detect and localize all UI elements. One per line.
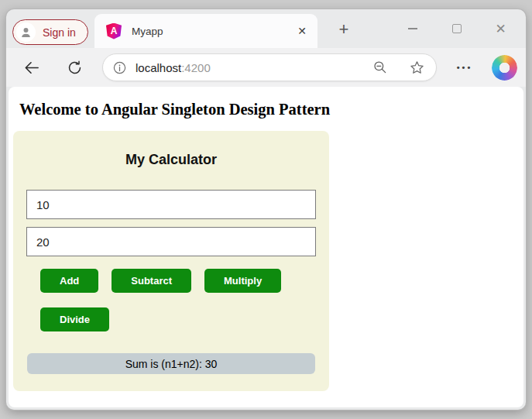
refresh-button[interactable] [63, 57, 85, 78]
minimize-button[interactable] [390, 14, 434, 43]
add-button[interactable]: Add [40, 269, 98, 293]
result-bar: Sum is (n1+n2): 30 [27, 353, 315, 374]
close-icon: ✕ [495, 22, 506, 36]
back-arrow-icon [22, 59, 40, 77]
tab-close-icon[interactable]: ✕ [293, 22, 311, 40]
browser-window: Sign in A Myapp ✕ + ✕ [6, 9, 526, 410]
calculator-title: My Calculator [26, 131, 316, 168]
multiply-button[interactable]: Multiply [204, 269, 281, 293]
person-icon [19, 26, 33, 39]
copilot-icon[interactable] [492, 55, 517, 81]
web-page-content: Welcome to Angular Singleton Design Patt… [9, 87, 523, 407]
angular-logo-icon: A [106, 23, 122, 39]
divide-button[interactable]: Divide [40, 307, 109, 331]
number1-input[interactable] [26, 190, 316, 219]
number2-input[interactable] [26, 227, 316, 256]
url-port: :4200 [181, 61, 211, 74]
calculator-panel: My Calculator Add Subtarct Multiply Divi… [13, 131, 329, 391]
url-text[interactable]: localhost:4200 [136, 61, 372, 74]
url-host: localhost [136, 61, 181, 74]
maximize-button[interactable] [434, 14, 479, 43]
site-info-icon[interactable] [112, 60, 127, 75]
avatar [16, 22, 36, 42]
sign-in-label: Sign in [43, 26, 76, 39]
desktop-background: Sign in A Myapp ✕ + ✕ [0, 0, 532, 419]
refresh-icon [67, 60, 83, 76]
window-controls: ✕ [390, 12, 523, 45]
new-tab-button[interactable]: + [332, 18, 355, 41]
navigation-bar: localhost:4200 ••• [6, 48, 526, 87]
close-window-button[interactable]: ✕ [479, 14, 523, 43]
button-row-2: Divide [40, 307, 316, 331]
zoom-out-icon[interactable] [372, 60, 388, 75]
back-button[interactable] [20, 57, 42, 78]
settings-menu-button[interactable]: ••• [454, 57, 475, 78]
page-title: Welcome to Angular Singleton Design Patt… [19, 101, 523, 118]
tab-title: Myapp [132, 26, 293, 37]
button-row-1: Add Subtarct Multiply [40, 269, 316, 293]
tab-strip: Sign in A Myapp ✕ + ✕ [6, 9, 526, 48]
subtract-button[interactable]: Subtarct [112, 269, 191, 293]
sign-in-button[interactable]: Sign in [12, 19, 88, 45]
browser-tab-myapp[interactable]: A Myapp ✕ [94, 14, 317, 48]
angular-logo-letter: A [111, 26, 118, 36]
maximize-icon [452, 24, 462, 33]
minimize-icon [408, 28, 417, 29]
favorite-star-icon[interactable] [409, 60, 425, 76]
address-bar[interactable]: localhost:4200 [102, 53, 437, 81]
